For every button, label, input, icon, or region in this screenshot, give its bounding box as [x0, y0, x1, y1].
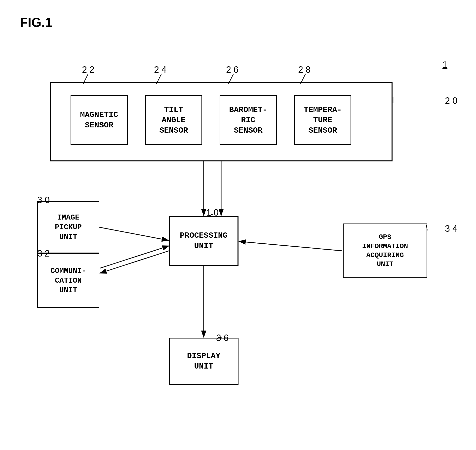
ref-30: 3 0 — [37, 195, 50, 205]
tilt-angle-sensor-box: TILTANGLESENSOR — [145, 95, 202, 145]
svg-line-15 — [100, 251, 169, 273]
sensor-group-box: MAGNETICSENSOR TILTANGLESENSOR BAROMET-R… — [50, 82, 393, 161]
ref-32: 3 2 — [37, 248, 50, 259]
magnetic-sensor-box: MAGNETICSENSOR — [71, 95, 128, 145]
ref-24: 2 4 — [154, 65, 166, 75]
processing-unit-box: PROCESSINGUNIT — [169, 216, 238, 266]
page: FIG.1 1 2 2 2 4 2 6 2 8 2 0 MAGNETICSENS… — [0, 0, 476, 450]
svg-line-14 — [99, 227, 168, 240]
ref-34: 3 4 — [445, 224, 457, 234]
temperature-sensor-box: TEMPERA-TURESENSOR — [294, 95, 351, 145]
system-ref: 1 — [442, 60, 447, 70]
display-unit-box: DISPLAYUNIT — [169, 338, 238, 385]
ref-22: 2 2 — [82, 65, 94, 75]
figure-label: FIG.1 — [20, 15, 52, 30]
barometric-sensor-box: BAROMET-RICSENSOR — [220, 95, 277, 145]
ref-10: 1 0 — [206, 207, 219, 218]
ref-26: 2 6 — [226, 65, 238, 75]
ref-28: 2 8 — [298, 65, 311, 75]
svg-line-17 — [239, 241, 342, 251]
gps-unit-box: GPSINFORMATIONACQUIRINGUNIT — [343, 224, 427, 278]
image-pickup-unit-box: IMAGEPICKUPUNIT — [37, 201, 99, 253]
svg-line-16 — [100, 246, 169, 268]
ref-20: 2 0 — [445, 96, 457, 106]
ref-36: 3 6 — [216, 333, 229, 343]
communication-unit-box: COMMUNI-CATIONUNIT — [37, 253, 99, 308]
